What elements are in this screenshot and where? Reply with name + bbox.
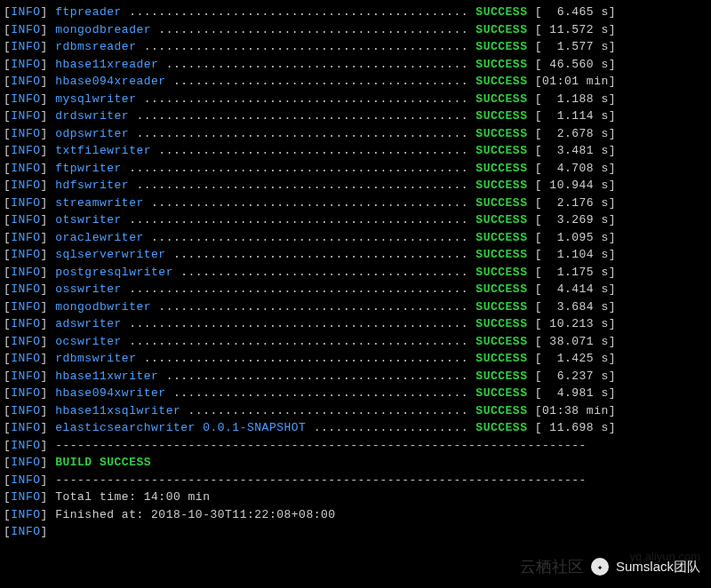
level-label: INFO [11, 40, 40, 53]
status-text: SUCCESS [475, 109, 527, 123]
build-row: [INFO] hbase11xreader ..................… [4, 56, 707, 74]
build-row: [INFO] elasticsearchwriter 0.0.1-SNAPSHO… [4, 419, 707, 437]
module-name: hbase11xreader [55, 58, 158, 71]
level-label: INFO [11, 300, 40, 314]
module-name: hbase11xwriter [55, 369, 158, 383]
level-label: INFO [11, 231, 40, 244]
status-text: SUCCESS [475, 248, 527, 261]
level-label: INFO [11, 213, 40, 226]
build-row: [INFO] adswriter .......................… [4, 315, 707, 333]
status-text: SUCCESS [475, 179, 527, 192]
terminal-output: [INFO] ftpreader .......................… [4, 4, 707, 541]
wechat-icon: ✦ [591, 558, 609, 576]
status-text: SUCCESS [475, 369, 527, 383]
build-row: [INFO] rdbmswriter .....................… [4, 350, 707, 368]
status-text: SUCCESS [475, 300, 527, 314]
module-name: streamwriter [55, 196, 144, 210]
module-name: mongodbwriter [55, 300, 151, 314]
status-text: SUCCESS [475, 231, 527, 244]
status-text: SUCCESS [475, 386, 527, 400]
level-label: INFO [11, 5, 40, 19]
status-text: SUCCESS [475, 266, 527, 279]
module-name: rdbmswriter [55, 352, 136, 365]
build-row: [INFO] hbase094xreader .................… [4, 73, 707, 91]
level-label: INFO [11, 75, 40, 88]
status-text: SUCCESS [475, 404, 527, 417]
module-name: osswriter [55, 282, 122, 296]
level-label: INFO [11, 352, 40, 365]
module-name: oraclewriter [55, 231, 144, 244]
module-name: mysqlwriter [55, 92, 136, 106]
build-row: [INFO] sqlserverwriter .................… [4, 246, 707, 264]
module-name: ftpreader [55, 5, 122, 19]
status-text: SUCCESS [475, 23, 527, 36]
status-text: SUCCESS [475, 127, 527, 140]
build-row: [INFO] odpswriter ......................… [4, 125, 707, 143]
level-label: INFO [11, 162, 40, 175]
info-line: [INFO] ---------------------------------… [4, 472, 707, 489]
level-label: INFO [11, 317, 40, 330]
build-row: [INFO] hbase11xwriter ..................… [4, 368, 707, 385]
watermark: 云栖社区 ✦ Sumslack团队 [520, 556, 700, 577]
build-row: [INFO] oraclewriter ....................… [4, 229, 707, 247]
build-success: BUILD SUCCESS [55, 456, 151, 469]
status-text: SUCCESS [475, 196, 527, 210]
status-text: SUCCESS [475, 40, 527, 53]
info-line: [INFO] BUILD SUCCESS [4, 454, 707, 472]
status-text: SUCCESS [475, 421, 527, 434]
status-text: SUCCESS [475, 5, 527, 19]
info-line-partial: [INFO] [4, 523, 707, 541]
module-name: rdbmsreader [55, 40, 136, 53]
build-row: [INFO] mongodbwriter ...................… [4, 298, 707, 316]
module-name: sqlserverwriter [55, 248, 166, 261]
status-text: SUCCESS [475, 162, 527, 175]
build-row: [INFO] osswriter .......................… [4, 281, 707, 298]
module-name: adswriter [55, 317, 122, 330]
status-text: SUCCESS [475, 317, 527, 330]
level-label: INFO [11, 144, 40, 157]
level-label: INFO [11, 369, 40, 383]
total-time: Total time: 14:00 min [55, 490, 210, 504]
build-row: [INFO] otswriter .......................… [4, 211, 707, 229]
watermark-right-text: Sumslack团队 [616, 559, 700, 576]
status-text: SUCCESS [475, 335, 527, 348]
module-name: hbase11xsqlwriter [55, 404, 180, 417]
build-row: [INFO] hbase094xwriter .................… [4, 385, 707, 402]
module-name: elasticsearchwriter 0.0.1-SNAPSHOT [55, 421, 306, 434]
level-label: INFO [11, 196, 40, 210]
watermark-left-text: 云栖社区 [520, 556, 584, 577]
status-text: SUCCESS [475, 144, 527, 157]
status-text: SUCCESS [475, 352, 527, 365]
module-name: hbase094xwriter [55, 386, 166, 400]
build-row: [INFO] txtfilewriter ...................… [4, 142, 707, 160]
module-name: drdswriter [55, 109, 129, 123]
build-row: [INFO] ftpreader .......................… [4, 4, 707, 21]
separator: ----------------------------------------… [55, 473, 587, 487]
build-row: [INFO] ocswriter .......................… [4, 333, 707, 351]
status-text: SUCCESS [475, 213, 527, 226]
module-name: txtfilewriter [55, 144, 151, 157]
module-name: mongodbreader [55, 23, 151, 36]
module-name: odpswriter [55, 127, 129, 140]
info-line: [INFO] Finished at: 2018-10-30T11:22:08+… [4, 506, 707, 524]
level-label: INFO [11, 248, 40, 261]
module-name: ftpwriter [55, 162, 122, 175]
separator: ----------------------------------------… [55, 439, 587, 452]
status-text: SUCCESS [475, 58, 527, 71]
level-label: INFO [11, 282, 40, 296]
status-text: SUCCESS [475, 92, 527, 106]
level-label: INFO [11, 58, 40, 71]
level-label: INFO [11, 127, 40, 140]
level-label: INFO [11, 109, 40, 123]
module-name: hdfswriter [55, 179, 129, 192]
level-label: INFO [11, 179, 40, 192]
module-name: hbase094xreader [55, 75, 166, 88]
build-row: [INFO] hbase11xsqlwriter ...............… [4, 402, 707, 420]
module-name: otswriter [55, 213, 122, 226]
info-line: [INFO] Total time: 14:00 min [4, 489, 707, 506]
build-row: [INFO] ftpwriter .......................… [4, 160, 707, 178]
level-label: INFO [11, 421, 40, 434]
level-label: INFO [11, 404, 40, 417]
level-label: INFO [11, 335, 40, 348]
build-row: [INFO] mysqlwriter .....................… [4, 91, 707, 108]
